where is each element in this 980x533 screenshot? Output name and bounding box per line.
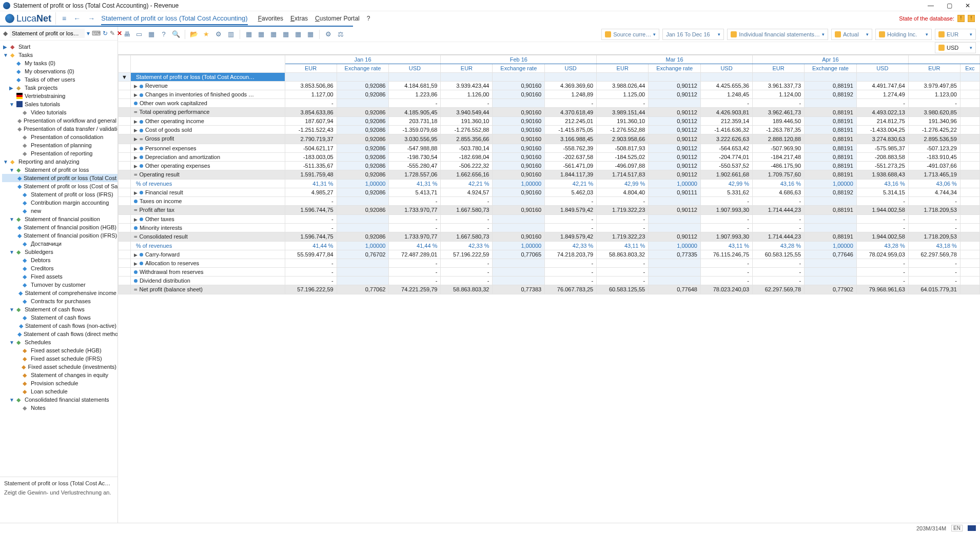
menu-favorites[interactable]: Favorites [258,15,283,22]
filter-statement-type[interactable]: Individual financial statements…▾ [727,29,828,40]
nav-item-prov[interactable]: ◆Provision schedule [2,379,117,387]
nav-item-tasks_other[interactable]: ◆Tasks of other users [2,75,117,84]
table-row[interactable]: =Profit after tax1.596.744,750,920861.73… [119,205,980,214]
keyboard-icon[interactable]: ⌨ [92,30,101,37]
month-header[interactable]: Apr 16 [753,55,909,64]
nav-item-pres_dt[interactable]: ◆Presentation of data transfer / validat… [2,125,117,133]
maximize-button[interactable]: ▢ [940,2,958,9]
nav-item-task_proj[interactable]: ▶◆Task projects [2,84,117,92]
nav-item-tbc[interactable]: ◆Turnover by customer [2,281,117,289]
table-row[interactable]: Withdrawal from reserves--------- [119,267,980,276]
grid3-icon[interactable]: ▦ [269,30,278,39]
breadcrumb[interactable]: Statement of profit or loss (Total Cost … [101,12,247,25]
table-row[interactable]: ▶ Cost of goods sold-1.251.522,430,92086… [119,126,980,134]
nav-item-tasks_h[interactable]: ▼◆Tasks [2,51,117,59]
nav-item-pres_rep[interactable]: ◆Presentation of reporting [2,149,117,157]
nav-item-creditors[interactable]: ◆Creditors [2,264,117,272]
nav-item-start[interactable]: ▶◆Start [2,43,117,51]
nav-item-fas_hgb[interactable]: ◆Fixed asset schedule (HGB) [2,346,117,354]
filter-icon[interactable]: ◆ [3,30,8,37]
help-icon[interactable]: ? [159,30,168,39]
nav-item-pres_cons[interactable]: ◆Presentation of consolidation [2,133,117,141]
dropdown-icon[interactable]: ▾ [87,30,90,37]
nav-item-my_tasks[interactable]: ◆My tasks (0) [2,59,117,67]
menu-extras[interactable]: Extras [290,15,308,22]
filter-currency-1[interactable]: EUR▾ [935,29,976,40]
nav-item-cma[interactable]: ◆Contribution margin accounting [2,199,117,207]
edit-icon[interactable]: ✎ [110,30,115,37]
back-icon[interactable]: ← [71,13,83,24]
nav-item-scie[interactable]: ◆Statement of changes in equity [2,371,117,379]
menu-icon[interactable]: ≡ [60,13,68,24]
table-row[interactable]: ▶ Allocation to reserves--------- [119,259,980,267]
forward-icon[interactable]: → [86,13,97,24]
nav-item-new[interactable]: ◆new [2,207,117,215]
table-row[interactable]: ▶ Other operating expenses-511.335,670,9… [119,161,980,170]
table-row[interactable]: =Consolidated result1.596.744,750,920861… [119,232,980,241]
close-button[interactable]: ✕ [958,2,977,9]
nav-item-fas_ifrs[interactable]: ◆Fixed asset schedule (IFRS) [2,354,117,363]
table-row[interactable]: ▶ Depreciation and amortization-183.003,… [119,152,980,161]
table-row[interactable]: Dividend distribution--------- [119,276,980,285]
nav-item-my_obs[interactable]: ◆My observations (0) [2,67,117,75]
grid5-icon[interactable]: ▦ [293,30,303,39]
nav-item-video[interactable]: ◆Video tutorials [2,108,117,116]
nav-item-scf[interactable]: ▼◆Statement of cash flows [2,305,117,313]
nav-item-sci[interactable]: ◆Statement of comprehensive income [2,289,117,297]
table-row[interactable]: ▶ =Gross profit2.790.719,370,920863.030.… [119,134,980,144]
nav-item-fa[interactable]: ◆Fixed assets [2,272,117,281]
nav-item-cfp[interactable]: ◆Contracts for purchases [2,297,117,305]
data-grid-wrap[interactable]: Jan 16Feb 16Mar 16Apr 16EURExchange rate… [118,54,980,523]
nav-item-vertrieb[interactable]: Vertriebstraining [2,92,117,100]
filter-currency-2[interactable]: USD▾ [935,42,976,53]
table-row[interactable]: ▶ Personnel expenses-504.621,170,92086-5… [119,144,980,152]
month-header[interactable]: Mar 16 [597,55,753,64]
grid6-icon[interactable]: ▦ [306,30,315,39]
nav-item-scf3[interactable]: ◆Statement of cash flows (direct method) [2,330,117,338]
nav-item-spl[interactable]: ▼◆Statement of profit or loss [2,166,117,174]
grid2-icon[interactable]: ▦ [257,30,266,39]
bars-icon[interactable]: ▥ [226,30,236,39]
table-row[interactable]: ▶ Revenue3.853.506,860,920864.184.681,59… [119,82,980,90]
folder-open-icon[interactable]: 📂 [189,30,199,39]
warning-icon-2[interactable]: ! [968,15,975,22]
nav-item-spl_cos[interactable]: ◆Statement of profit or loss (Cost of Sa… [2,182,117,190]
nav-item-sched[interactable]: ▼◆Schedules [2,338,117,346]
warning-icon[interactable]: ! [957,15,965,22]
table-row[interactable]: ▶ Other operating income187.607,940,9208… [119,117,980,126]
table-row[interactable]: Other own work capitalized--------- [119,99,980,108]
search-icon[interactable]: 🔍 [171,30,181,39]
balance-icon[interactable]: ⚖ [336,30,345,39]
refresh-icon[interactable]: ↻ [103,30,108,37]
nav-item-spl_ifrs[interactable]: ◆Statement of profit or loss (IFRS) [2,190,117,199]
table-row[interactable]: =Total operating performance3.854.633,86… [119,108,980,117]
star-icon[interactable]: ★ [202,30,211,39]
nav-item-notes[interactable]: ◆Notes [2,404,117,412]
nav-item-sales[interactable]: ▼Sales tutorials [2,100,117,108]
table-row[interactable]: Minority interests--------- [119,223,980,232]
nav-item-fas_inv[interactable]: ◆Fixed asset schedule (investments) [2,363,117,371]
minimize-button[interactable]: — [922,2,940,9]
print-icon[interactable]: 🖶 [122,30,131,39]
month-header[interactable]: Feb 16 [441,55,597,64]
nav-item-scf2[interactable]: ◆Statement of cash flows (non-active) [2,322,117,330]
grid1-icon[interactable]: ▦ [244,30,253,39]
nav-item-cfs[interactable]: ▼◆Consolidated financial statements [2,396,117,404]
search-input[interactable] [10,29,85,38]
nav-item-dost[interactable]: ◆Доставчици [2,240,117,248]
table-row[interactable]: =Net profit (balance sheet)57.196.222,59… [119,285,980,294]
nav-item-subl[interactable]: ▼◆Subledgers [2,248,117,256]
filter-scenario[interactable]: Actual▾ [831,29,872,40]
nav-item-debtors[interactable]: ◆Debtors [2,256,117,264]
table-row[interactable]: ▼Statement of profit or loss (Total Cost… [119,73,980,82]
screen-icon[interactable]: ▭ [134,30,144,39]
filter-entity[interactable]: Holding Inc.▾ [875,29,932,40]
table-row[interactable]: ▶ Changes in inventories of finished goo… [119,90,980,99]
table-row[interactable]: =Operating result1.591.759,480,920861.72… [119,170,980,179]
filter-period[interactable]: Jan 16 To Dec 16▾ [662,29,724,40]
nav-item-sfp[interactable]: ▼◆Statement of financial position [2,215,117,223]
language-indicator[interactable]: EN [951,525,963,531]
grid4-icon[interactable]: ▦ [281,30,290,39]
nav-item-loan[interactable]: ◆Loan schedule [2,387,117,396]
gear-folder-icon[interactable]: ⚙ [214,30,223,39]
